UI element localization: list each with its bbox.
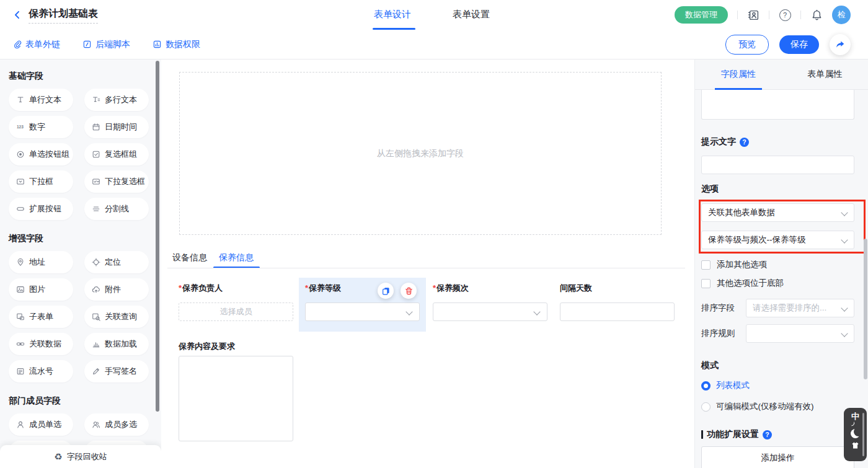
copy-field-button[interactable] [378, 283, 394, 299]
multi-select-icon [92, 177, 100, 186]
field-label-owner: *保养负责人 [179, 283, 223, 294]
sidebar-item-serial-number[interactable]: 流水号 [9, 360, 73, 382]
trash-icon [404, 286, 414, 296]
sidebar-item-number[interactable]: 123数字 [9, 116, 73, 138]
app-header: 保养计划基础表 表单设计 表单设置 数据管理 检 [0, 0, 868, 30]
page-title[interactable]: 保养计划基础表 [29, 7, 98, 24]
dark-mode-moon-icon[interactable] [851, 429, 860, 438]
form-design-canvas: 从左侧拖拽来添加字段 设备信息 保养信息 *保养负责人 *保养等级 *保养频次 … [161, 60, 694, 468]
radio-icon [701, 402, 711, 412]
member-picker-input[interactable]: 选择成员 [179, 302, 293, 321]
form-external-link[interactable]: 表单外链 [12, 39, 60, 50]
field-label-level: *保养等级 [305, 283, 341, 294]
sidebar-item-radio-group[interactable]: 单选按钮组 [9, 143, 73, 166]
checkbox-group-icon [92, 150, 100, 159]
svg-text:123: 123 [17, 125, 24, 129]
add-action-button[interactable]: 添加操作 [701, 446, 854, 468]
tab-form-settings[interactable]: 表单设置 [453, 9, 490, 20]
save-button[interactable]: 保存 [779, 35, 819, 54]
sidebar-item-member-single[interactable]: 成员单选 [9, 413, 73, 436]
sidebar-pill-grid: 地址定位图片附件子表单关联查询关联数据数据加载流水号手写签名 [9, 251, 161, 382]
sidebar-sections: 基础字段单行文本多行文本123数字日期时间单选按钮组复选框组下拉框下拉复选框扩展… [0, 60, 161, 463]
tab-form-properties[interactable]: 表单属性 [782, 60, 868, 89]
radio-editable-mode[interactable]: 可编辑模式(仅移动端有效) [701, 401, 854, 412]
sort-field-row: 排序字段 请选择需要排序的... [701, 299, 854, 317]
sidebar-item-member-multi[interactable]: 成员多选 [84, 413, 149, 436]
field-label-interval: 间隔天数 [560, 283, 592, 294]
sidebar-item-signature[interactable]: 手写签名 [84, 360, 149, 382]
field-title-input-partial[interactable] [701, 90, 854, 120]
sidebar-item-datetime[interactable]: 日期时间 [84, 116, 149, 138]
sort-field-label: 排序字段 [701, 302, 746, 314]
form-toolbar: 表单外链 后端脚本 数据权限 预览 保存 [0, 30, 868, 60]
data-load-icon [92, 340, 100, 348]
avatar[interactable]: 检 [832, 6, 851, 24]
sidebar-section-title: 部门成员字段 [9, 395, 161, 407]
hint-text-input[interactable] [701, 156, 854, 174]
address-book-icon[interactable] [747, 9, 760, 21]
language-toggle-icon[interactable]: 中 [851, 412, 859, 420]
radio-list-mode[interactable]: 列表模式 [701, 380, 854, 391]
options-label: 选项 [701, 183, 854, 195]
image-icon [16, 285, 25, 294]
maintenance-level-select[interactable] [305, 302, 420, 321]
checkbox-other-option-bottom[interactable]: 其他选项位于底部 [701, 278, 854, 289]
sidebar-item-subform[interactable]: 子表单 [9, 306, 73, 328]
panel-scrollbar[interactable] [864, 239, 867, 379]
help-question-icon[interactable] [763, 430, 772, 439]
data-manage-button[interactable]: 数据管理 [675, 6, 728, 24]
checkbox-icon [701, 260, 711, 270]
member-single-icon [16, 420, 25, 429]
tab-field-properties[interactable]: 字段属性 [695, 60, 782, 89]
preview-button[interactable]: 预览 [725, 35, 769, 55]
sidebar-item-lookup[interactable]: 关联查询 [84, 306, 149, 328]
notification-bell-icon[interactable] [810, 9, 823, 21]
sidebar-item-single-line-text[interactable]: 单行文本 [9, 89, 73, 111]
sidebar-item-select[interactable]: 下拉框 [9, 170, 73, 193]
data-permission-link[interactable]: 数据权限 [153, 39, 200, 50]
theme-shirt-icon[interactable] [851, 441, 860, 450]
back-icon[interactable] [11, 9, 24, 21]
external-link-icon [12, 40, 22, 49]
interval-days-input[interactable] [560, 302, 675, 321]
delete-field-button[interactable] [401, 283, 417, 299]
sidebar-item-divider[interactable]: 分割线 [84, 198, 149, 220]
sidebar-item-address[interactable]: 地址 [9, 251, 73, 273]
sidebar-item-location[interactable]: 定位 [84, 251, 149, 273]
option-field-select[interactable]: 保养等级与频次--保养等级 [701, 231, 854, 249]
sidebar-item-checkbox-group[interactable]: 复选框组 [84, 143, 149, 166]
form-tab-device-info[interactable]: 设备信息 [172, 252, 207, 263]
toolbar-actions: 预览 保存 [725, 30, 851, 59]
maintenance-content-textarea[interactable] [179, 356, 293, 441]
checkbox-add-other-option[interactable]: 添加其他选项 [701, 259, 854, 270]
sort-rule-select[interactable] [746, 324, 854, 343]
sidebar-item-attachment[interactable]: 附件 [84, 278, 149, 301]
help-question-icon[interactable] [740, 138, 749, 147]
lookup-icon [92, 312, 100, 321]
field-recycle-bin[interactable]: ♻ 字段回收站 [0, 445, 161, 468]
maintenance-frequency-select[interactable] [433, 302, 547, 321]
header-actions: 数据管理 检 [675, 0, 851, 30]
sidebar-item-multi-line-text[interactable]: 多行文本 [84, 89, 149, 111]
subform-icon [16, 312, 25, 321]
sidebar-item-extend-button[interactable]: 扩展按钮 [9, 198, 73, 220]
sidebar-item-data-load[interactable]: 数据加载 [84, 333, 149, 355]
widget-scrollbar [862, 413, 864, 456]
sort-field-select[interactable]: 请选择需要排序的... [746, 299, 854, 317]
sidebar-item-linked-data[interactable]: 关联数据 [9, 333, 73, 355]
mode-label: 模式 [701, 360, 854, 371]
panel-content: 提示文字 选项 关联其他表单数据 保养等级与频次--保养等级 添加其他选项 其他… [695, 90, 868, 468]
single-line-text-icon [16, 95, 25, 104]
extension-settings-header: 功能扩展设置 [701, 429, 854, 440]
backend-script-link[interactable]: 后端脚本 [82, 39, 130, 50]
sidebar-scrollbar[interactable] [156, 61, 159, 412]
hint-text-label: 提示文字 [701, 136, 854, 148]
data-permission-icon [153, 40, 162, 49]
sidebar-item-image[interactable]: 图片 [9, 278, 73, 301]
share-button[interactable] [830, 34, 851, 55]
tab-form-design[interactable]: 表单设计 [374, 9, 411, 20]
help-icon[interactable] [779, 9, 791, 21]
option-source-select[interactable]: 关联其他表单数据 [701, 203, 854, 222]
sidebar-item-multi-select[interactable]: 下拉复选框 [84, 170, 149, 193]
form-tab-maintenance-info[interactable]: 保养信息 [219, 252, 254, 263]
